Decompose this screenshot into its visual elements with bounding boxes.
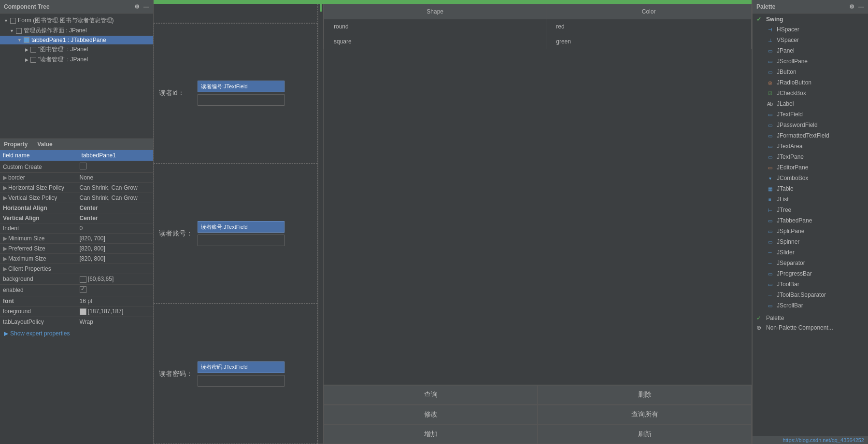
tree-item-root-panel[interactable]: ▼ 管理员操作界面 : JPanel (0, 26, 153, 36)
foreground-swatch (80, 308, 86, 315)
palette-item-palette-label[interactable]: ✓ Palette (753, 313, 868, 323)
jscrollbar-icon: ▭ (766, 302, 774, 309)
palette-item-jpanel[interactable]: ▭ JPanel (753, 45, 868, 56)
enabled-checkbox[interactable] (80, 286, 86, 293)
settings-icon[interactable]: ⚙ (134, 3, 140, 10)
palette-item-jtextpane[interactable]: ▭ JTextPane (753, 152, 868, 162)
show-expert-icon: ▶ (4, 330, 8, 337)
refresh-button[interactable]: 刷新 (538, 425, 752, 444)
prop-value-indent: 0 (77, 223, 154, 234)
prop-value-custom-create[interactable] (77, 161, 154, 173)
reader-account-textfield[interactable]: 读者账号:JTextField (198, 221, 285, 233)
prop-name-min-size: ▶Minimum Size (0, 234, 77, 244)
palette-item-jslider[interactable]: ─ JSlider (753, 247, 868, 258)
palette-settings-icon[interactable]: ⚙ (849, 3, 854, 10)
prop-row-pref-size: ▶Preferred Size [820, 800] (0, 244, 153, 254)
reader-checkbox (30, 57, 36, 63)
tree-item-tabbedpane[interactable]: ▼ tabbedPane1 : JTabbedPane (0, 36, 153, 44)
tree-item-reader-panel[interactable]: ▶ "读者管理" : JPanel (0, 55, 153, 65)
jcheckbox-label: JCheckBox (777, 90, 806, 97)
custom-create-checkbox[interactable] (80, 163, 86, 169)
palette-close-icon[interactable]: — (858, 3, 864, 10)
jbutton-icon: ▭ (766, 68, 774, 76)
palette-list: ✓ Swing ⊣ HSpacer ⊥ VSpacer ▭ JPanel ▭ J… (753, 14, 868, 436)
hspacer-icon: ⊣ (766, 26, 774, 33)
tree-item-form[interactable]: ▼ Form (图书管理.图书与读者信息管理) (0, 15, 153, 26)
palette-item-jcheckbox[interactable]: ☑ JCheckBox (753, 88, 868, 98)
property-panel: Property Value field name Custom Create (0, 139, 153, 444)
palette-item-jprogressbar[interactable]: ▭ JProgressBar (753, 268, 868, 279)
prop-name-v-align: Vertical Align (0, 213, 77, 223)
reader-password-textfield[interactable]: 读者密码:JTextField (198, 361, 285, 373)
palette-category-swing[interactable]: ✓ Swing (753, 14, 868, 24)
clientprops-expand[interactable]: ▶ (3, 265, 7, 272)
palette-item-jlist[interactable]: ≡ JList (753, 194, 868, 205)
palette-title: Palette (756, 3, 775, 10)
border-expand[interactable]: ▶ (3, 174, 7, 181)
prop-name-background: background (0, 274, 77, 285)
prop-value-v-align: Center (77, 213, 154, 223)
palette-item-jtable[interactable]: ▦ JTable (753, 183, 868, 194)
data-table: Shape Color round red square green (324, 4, 752, 49)
reader-id-textfield[interactable]: 读者编号:JTextField (198, 81, 285, 92)
delete-button[interactable]: 删除 (538, 385, 752, 404)
prop-value-tablayoutpolicy: Wrap (77, 317, 154, 327)
modify-button[interactable]: 修改 (324, 405, 538, 424)
query-button[interactable]: 查询 (324, 385, 538, 404)
palette-item-jpasswordfield[interactable]: ▭ JPasswordField (753, 120, 868, 130)
palette-item-jeditorpane[interactable]: ▭ JEditorPane (753, 162, 868, 173)
palette-item-jbutton[interactable]: ▭ JButton (753, 67, 868, 77)
jpasswordfield-label: JPasswordField (777, 122, 818, 128)
palette-item-jspinner[interactable]: ▭ JSpinner (753, 236, 868, 247)
maxsize-expand[interactable]: ▶ (3, 255, 7, 262)
palette-item-jsplitpane[interactable]: ▭ JSplitPane (753, 226, 868, 236)
prop-value-border: None (77, 173, 154, 183)
palette-item-jtextarea[interactable]: ▭ JTextArea (753, 141, 868, 152)
palette-item-jtoolbarseparator[interactable]: ─ JToolBar.Separator (753, 290, 868, 300)
nonpalette-label: Non-Palette Component... (766, 324, 833, 331)
palette-item-jradiobutton[interactable]: ◎ JRadioButton (753, 77, 868, 88)
hspacer-label: HSpacer (777, 26, 799, 33)
hsize-expand[interactable]: ▶ (3, 184, 7, 191)
prop-value-fieldname[interactable] (77, 150, 154, 161)
prop-value-enabled[interactable] (77, 284, 154, 296)
show-expert-link[interactable]: ▶ Show expert properties (0, 327, 153, 340)
jsplitpane-label: JSplitPane (777, 228, 804, 235)
prop-row-font: font 16 pt (0, 296, 153, 306)
query-all-button[interactable]: 查询所有 (538, 405, 752, 424)
prop-row-background: background [60,63,65] (0, 274, 153, 285)
palette-item-jscrollbar[interactable]: ▭ JScrollBar (753, 300, 868, 311)
palette-item-jformattedtextfield[interactable]: ▭ JFormattedTextField (753, 130, 868, 141)
table-cell-round: round (324, 19, 546, 34)
add-button[interactable]: 增加 (324, 425, 538, 444)
reader-id-empty (198, 94, 285, 106)
palette-item-jcombobox[interactable]: ▾ JComboBox (753, 173, 868, 183)
tree-item-book-panel[interactable]: ▶ "图书管理" : JPanel (0, 44, 153, 55)
palette-item-vspacer[interactable]: ⊥ VSpacer (753, 35, 868, 45)
fieldname-input[interactable] (80, 152, 151, 159)
reader-password-cell: 读者密码： 读者密码:JTextField (154, 304, 317, 444)
jlist-icon: ≡ (766, 195, 774, 203)
close-icon[interactable]: — (143, 3, 149, 10)
prop-value-h-size-policy: Can Shrink, Can Grow (77, 183, 154, 193)
palette-item-jtoolbar[interactable]: ▭ JToolBar (753, 279, 868, 290)
palette-item-jtextfield[interactable]: ▭ JTextField (753, 109, 868, 120)
minsize-expand[interactable]: ▶ (3, 235, 7, 242)
palette-item-nonpalette[interactable]: ⊕ Non-Palette Component... (753, 323, 868, 333)
reader-account-empty (198, 235, 285, 246)
palette-item-jtabbedpane[interactable]: ▭ JTabbedPane (753, 215, 868, 226)
vsize-expand[interactable]: ▶ (3, 194, 7, 201)
palette-item-jlabel[interactable]: Ab JLabel (753, 98, 868, 109)
resize-handle[interactable] (318, 4, 324, 444)
palette-item-jscrollpane[interactable]: ▭ JScrollPane (753, 56, 868, 67)
prop-name-v-size-policy: ▶Vertical Size Policy (0, 193, 77, 203)
jslider-label: JSlider (777, 249, 795, 256)
palette-item-jseparator[interactable]: ─ JSeparator (753, 258, 868, 268)
prefsize-expand[interactable]: ▶ (3, 245, 7, 252)
palette-item-hspacer[interactable]: ⊣ HSpacer (753, 24, 868, 35)
palette-item-jtree[interactable]: ⊢ JTree (753, 205, 868, 215)
right-panel: Palette ⚙ — ✓ Swing ⊣ HSpacer ⊥ VSpacer … (752, 0, 868, 444)
status-url: https://blog.csdn.net/qq_43564252 (783, 437, 864, 443)
prop-name-client-props: ▶Client Properties (0, 264, 77, 274)
prop-value-font: 16 pt (77, 296, 154, 306)
